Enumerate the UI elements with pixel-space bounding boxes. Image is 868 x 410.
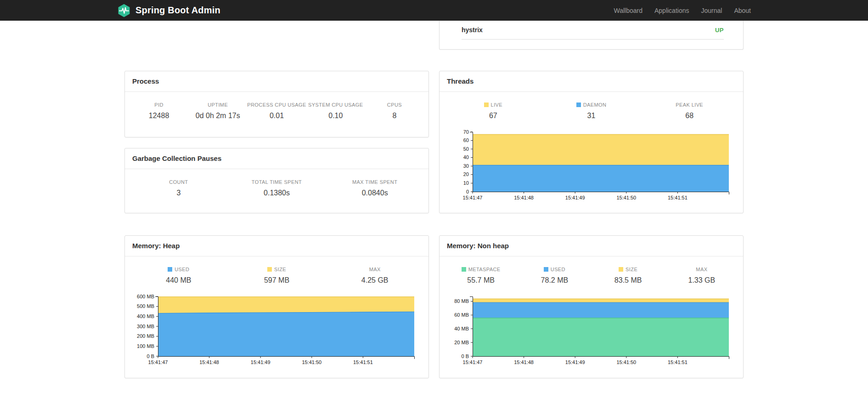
metric-value: 3	[130, 189, 228, 197]
navbar: Spring Boot Admin Wallboard Applications…	[0, 0, 868, 21]
main-content: hystrix UP Process PID 12488 UPTIME 0d 0…	[124, 21, 744, 378]
legend-daemon: DAEMON 31	[542, 102, 641, 120]
svg-text:100 MB: 100 MB	[137, 343, 154, 349]
metric-label: SIZE	[592, 267, 665, 272]
svg-text:15:41:48: 15:41:48	[514, 195, 534, 200]
row-memory: Memory: Heap USED 440 MB SIZE 597 MB MAX…	[124, 235, 744, 378]
nav-links: Wallboard Applications Journal About	[602, 7, 751, 14]
process-card-title: Process	[125, 71, 428, 92]
metric-label: PID	[130, 102, 188, 108]
metric-value: 597 MB	[228, 276, 326, 285]
metric-gc-total-time: TOTAL TIME SPENT 0.1380s	[228, 179, 326, 197]
navbar-inner: Spring Boot Admin Wallboard Applications…	[117, 0, 751, 21]
nav-wallboard[interactable]: Wallboard	[614, 7, 643, 14]
status-badge: UP	[715, 27, 724, 34]
metric-system-cpu-usage: SYSTEM CPU USAGE 0.10	[306, 102, 365, 120]
gc-metrics: COUNT 3 TOTAL TIME SPENT 0.1380s MAX TIM…	[125, 169, 428, 197]
legend-label: USED	[175, 267, 189, 272]
heap-legend: USED 440 MB SIZE 597 MB MAX 4.25 GB	[125, 256, 428, 285]
metric-label: UPTIME	[188, 102, 247, 108]
gc-card-title: Garbage Collection Pauses	[125, 148, 428, 169]
metric-value: 0.01	[247, 112, 306, 120]
metric-value: 0.10	[306, 112, 365, 120]
svg-text:30: 30	[463, 163, 468, 169]
metric-label: PROCESS CPU USAGE	[247, 102, 306, 108]
metric-label: DAEMON	[542, 102, 641, 108]
svg-text:15:41:48: 15:41:48	[199, 359, 219, 365]
metric-gc-count: COUNT 3	[130, 179, 228, 197]
metric-value: 12488	[130, 112, 188, 120]
svg-text:20 MB: 20 MB	[454, 340, 469, 345]
metric-label: TOTAL TIME SPENT	[228, 179, 326, 185]
process-card: Process PID 12488 UPTIME 0d 0h 2m 17s PR…	[124, 71, 429, 137]
legend-heap-used: USED 440 MB	[130, 267, 228, 285]
brand-link[interactable]: Spring Boot Admin	[117, 4, 220, 17]
row2-left: Memory: Heap USED 440 MB SIZE 597 MB MAX…	[124, 235, 429, 378]
metric-label: PEAK LIVE	[640, 102, 738, 108]
memory-nonheap-chart: 0 B20 MB40 MB60 MB80 MB15:41:4715:41:481…	[450, 293, 733, 368]
nav-about[interactable]: About	[734, 7, 751, 14]
spring-boot-admin-logo-icon	[117, 4, 131, 17]
metric-process-cpu-usage: PROCESS CPU USAGE 0.01	[247, 102, 306, 120]
application-name[interactable]: hystrix	[462, 26, 483, 34]
legend-label: METASPACE	[468, 267, 501, 272]
svg-text:400 MB: 400 MB	[137, 313, 154, 319]
metric-label: METASPACE	[444, 267, 518, 272]
metric-value: 78.2 MB	[518, 276, 591, 285]
legend-label: LIVE	[491, 102, 502, 108]
nav-journal[interactable]: Journal	[701, 7, 722, 14]
metric-uptime: UPTIME 0d 0h 2m 17s	[188, 102, 247, 120]
legend-heap-max: MAX 4.25 GB	[326, 267, 424, 285]
svg-text:15:41:48: 15:41:48	[514, 359, 534, 365]
legend-heap-size: SIZE 597 MB	[228, 267, 326, 285]
svg-text:300 MB: 300 MB	[137, 324, 154, 329]
svg-text:15:41:50: 15:41:50	[616, 359, 636, 365]
metric-pid: PID 12488	[130, 102, 188, 120]
memory-nonheap-card-title: Memory: Non heap	[440, 236, 743, 256]
metric-label: SYSTEM CPU USAGE	[306, 102, 365, 108]
svg-text:0: 0	[466, 189, 468, 194]
metric-value: 55.7 MB	[444, 276, 518, 285]
memory-heap-card: Memory: Heap USED 440 MB SIZE 597 MB MAX…	[124, 235, 429, 378]
nav-applications[interactable]: Applications	[654, 7, 689, 14]
metric-label: SIZE	[228, 267, 326, 272]
svg-text:60 MB: 60 MB	[454, 312, 469, 318]
row0-right: hystrix UP	[439, 21, 744, 50]
svg-text:40 MB: 40 MB	[454, 326, 469, 331]
svg-text:600 MB: 600 MB	[137, 294, 154, 299]
gc-card: Garbage Collection Pauses COUNT 3 TOTAL …	[124, 148, 429, 213]
threads-legend: LIVE 67 DAEMON 31 PEAK LIVE 68	[440, 92, 743, 120]
threads-card-title: Threads	[440, 71, 743, 92]
svg-text:200 MB: 200 MB	[137, 333, 154, 339]
legend-swatch-icon	[576, 102, 581, 107]
legend-label: SIZE	[626, 267, 637, 272]
legend-live: LIVE 67	[444, 102, 542, 120]
metric-value: 83.5 MB	[592, 276, 665, 285]
process-metrics: PID 12488 UPTIME 0d 0h 2m 17s PROCESS CP…	[125, 92, 428, 120]
application-row[interactable]: hystrix UP	[462, 21, 724, 40]
threads-chart: 01020304050607015:41:4715:41:4815:41:491…	[450, 128, 733, 204]
metric-label: USED	[518, 267, 591, 272]
metric-label: USED	[130, 267, 228, 272]
legend-metaspace: METASPACE 55.7 MB	[444, 267, 518, 285]
metric-label: LIVE	[444, 102, 542, 108]
svg-text:0 B: 0 B	[461, 353, 469, 359]
legend-swatch-icon	[484, 102, 489, 107]
legend-swatch-icon	[544, 267, 548, 272]
legend-swatch-icon	[619, 267, 623, 272]
svg-text:15:41:51: 15:41:51	[353, 359, 372, 365]
legend-swatch-icon	[168, 267, 172, 272]
legend-peak-live: PEAK LIVE 68	[640, 102, 738, 120]
row-process-threads: Process PID 12488 UPTIME 0d 0h 2m 17s PR…	[124, 71, 744, 213]
row2-right: Memory: Non heap METASPACE 55.7 MB USED …	[439, 235, 744, 378]
metric-label: MAX	[665, 267, 738, 272]
svg-text:0 B: 0 B	[147, 353, 154, 359]
threads-card: Threads LIVE 67 DAEMON 31 PEAK LIVE 68	[439, 71, 744, 213]
svg-text:80 MB: 80 MB	[454, 298, 469, 304]
svg-text:15:41:49: 15:41:49	[565, 195, 585, 200]
svg-text:15:41:50: 15:41:50	[616, 195, 636, 200]
legend-nonheap-used: USED 78.2 MB	[518, 267, 591, 285]
legend-nonheap-max: MAX 1.33 GB	[665, 267, 738, 285]
brand-title: Spring Boot Admin	[135, 5, 220, 16]
metric-value: 0.1380s	[228, 189, 326, 197]
